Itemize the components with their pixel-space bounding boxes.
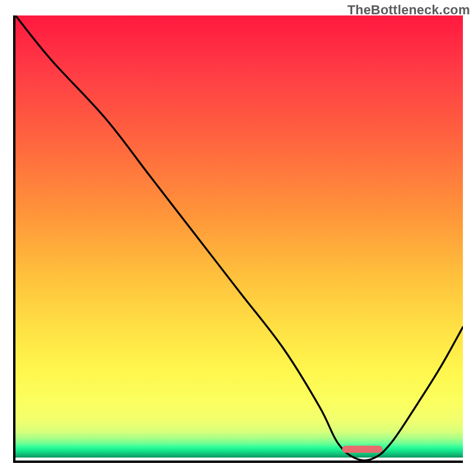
bottleneck-curve [15,15,463,461]
optimum-marker [342,446,383,453]
plot-area [13,15,463,463]
chart-frame: TheBottleneck.com [0,0,476,476]
